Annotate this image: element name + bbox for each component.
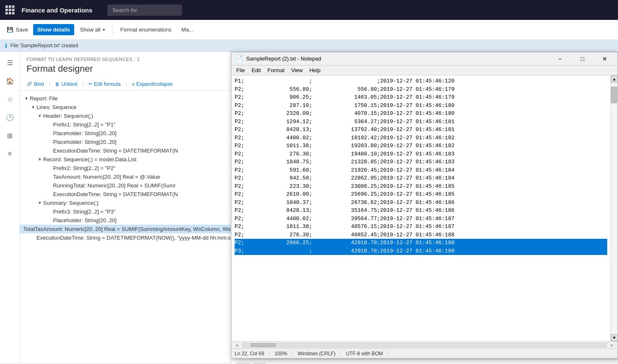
code-line: P2; 1294.12; 5364.27;2019-12-27 01:45:46…: [235, 118, 607, 126]
code-line: P2; 2320.00; 4070.15;2019-12-27 01:45:46…: [235, 109, 607, 118]
scroll-thumb[interactable]: [611, 87, 617, 103]
tree-item[interactable]: TaxAmount: Numeric[20..20] Real = @.Valu…: [20, 172, 250, 181]
tree-label: Prefix2: String[2..2] = "P2": [53, 165, 116, 171]
notepad-menu: FileEditFormatViewHelp: [231, 66, 618, 75]
minimize-button[interactable]: −: [550, 52, 570, 66]
menu-item-file[interactable]: File: [233, 66, 248, 74]
tree-item[interactable]: ▼Record: Sequence(;) = model.Data.List: [20, 155, 250, 164]
code-line: P2; 276.30; 40852.45;2019-12-27 01:45:46…: [235, 231, 607, 239]
info-bar: ℹ File 'SampleReport.txt' created: [0, 40, 618, 52]
tree-item[interactable]: ExecutionDateTime: String = DATETIMEFORM…: [20, 190, 250, 199]
notepad-text-area[interactable]: P1; ; ;2019-12-27 01:45:46:120P2; 556.80…: [231, 75, 611, 341]
show-details-button[interactable]: Show details: [33, 24, 74, 35]
nav-home-icon[interactable]: 🏠: [2, 73, 17, 88]
save-button[interactable]: 💾 Save: [3, 24, 32, 35]
format-enumerations-button[interactable]: Format enumerations: [116, 24, 176, 35]
edit-formula-link[interactable]: ✏ Edit formula: [89, 81, 121, 87]
tree-arrow-icon: ▼: [36, 114, 43, 118]
main-layout: ☰ 🏠 ☆ 🕐 ⊞ ≡ FORMAT TO LEARN DEFERRED SEQ…: [0, 52, 618, 363]
tree-label: Prefix1: String[2..2] = "P1": [53, 121, 116, 128]
tree-label: Report: File: [30, 95, 58, 102]
tree-label: Prefix3: String[2..2] = "P3": [53, 209, 116, 215]
tree-item[interactable]: RunningTotal: Numeric[20..20] Real = SUM…: [20, 181, 250, 190]
bind-icon: 🔗: [27, 81, 32, 87]
info-message: File 'SampleReport.txt' created: [10, 43, 78, 49]
tree-label: Record: Sequence(;) = model.Data.List: [43, 156, 136, 163]
tree-arrow-icon: ▼: [36, 157, 43, 162]
tree-item[interactable]: ▼Lines: Sequence: [20, 103, 250, 112]
h-scroll-thumb[interactable]: [251, 343, 276, 347]
designer-actions: 🔗 Bind | 🗑 Unbind | ✏ Edit formula | ≡ E…: [20, 78, 250, 91]
nav-hamburger-icon[interactable]: ☰: [2, 55, 17, 70]
maximize-button[interactable]: □: [573, 52, 592, 66]
code-line: P2; 1848.75; 21328.85;2019-12-27 01:45:4…: [235, 158, 607, 166]
scroll-left-button[interactable]: ◄: [235, 343, 239, 347]
scroll-down-button[interactable]: ▼: [611, 334, 618, 341]
tree-item[interactable]: Prefix2: String[2..2] = "P2": [20, 164, 250, 172]
scroll-up-button[interactable]: ▲: [611, 75, 618, 83]
tree-item[interactable]: ExecutionDateTime: String = DATETIMEFORM…: [20, 146, 250, 155]
vertical-scrollbar[interactable]: ▲ ▼: [611, 75, 618, 341]
tree-label: ExecutionDateTime: String = DATETIMEFORM…: [53, 148, 178, 154]
code-line: P2; 4400.02; 18192.42;2019-12-27 01:45:4…: [235, 134, 607, 142]
tree-label: TaxAmount: Numeric[20..20] Real = @.Valu…: [53, 174, 160, 180]
tree-label: Summary: Sequence(;): [43, 200, 99, 206]
grid-menu-icon[interactable]: [5, 5, 15, 15]
horizontal-scrollbar[interactable]: [242, 343, 607, 347]
chevron-down-icon: ▾: [103, 27, 105, 32]
nav-recent-icon[interactable]: 🕐: [2, 110, 17, 125]
tree-item[interactable]: Placeholder: String[20..20]: [20, 216, 250, 225]
nav-modules-icon[interactable]: ≡: [2, 146, 17, 161]
bind-link[interactable]: 🔗 Bind: [27, 81, 44, 87]
nav-workspaces-icon[interactable]: ⊞: [2, 128, 17, 143]
tree-label: TotalTaxAmount: Numeric[20..20] Real = S…: [23, 226, 243, 232]
unbind-link[interactable]: 🗑 Unbind: [55, 81, 77, 87]
code-line: P2; 906.25; 1463.05;2019-12-27 01:45:46:…: [235, 93, 607, 102]
notepad-content: P1; ; ;2019-12-27 01:45:46:120P2; 556.80…: [231, 75, 618, 341]
tree-label: ExecutionDateTime: String = DATETIMEFORM…: [53, 191, 178, 197]
notepad-title: SampleReport (2).txt - Notepad: [246, 56, 547, 62]
code-line: P2; 591.60; 21920.45;2019-12-27 01:45:46…: [235, 166, 607, 175]
designer-subtitle: FORMAT TO LEARN DEFERRED SEQUENCES : 2: [27, 57, 243, 62]
tree-item[interactable]: ▼Report: File: [20, 94, 250, 103]
notepad-file-icon: 📄: [235, 55, 243, 63]
left-nav: ☰ 🏠 ☆ 🕐 ⊞ ≡: [0, 52, 20, 363]
tree-label: RunningTotal: Numeric[20..20] Real = SUM…: [53, 182, 176, 189]
tree-arrow-icon: ▼: [23, 96, 30, 101]
designer-header: FORMAT TO LEARN DEFERRED SEQUENCES : 2 F…: [20, 52, 250, 78]
search-input[interactable]: [107, 5, 182, 16]
expand-collapse-icon: ≡: [132, 82, 134, 87]
nav-favorites-icon[interactable]: ☆: [2, 92, 17, 107]
close-button[interactable]: ✕: [595, 52, 614, 66]
expand-collapse-link[interactable]: ≡ Expand/collapse: [132, 81, 172, 87]
menu-item-edit[interactable]: Edit: [248, 66, 264, 74]
code-line: P2; 1011.38; 40576.15;2019-12-27 01:45:4…: [235, 223, 607, 231]
code-line: P2; 556.80; 556.80;2019-12-27 01:45:46:1…: [235, 85, 607, 94]
menu-item-view[interactable]: View: [288, 66, 306, 74]
tree-label: Placeholder: String[20..20]: [53, 130, 116, 136]
show-all-button[interactable]: Show all ▾: [76, 24, 109, 35]
scroll-right-button[interactable]: ►: [610, 343, 614, 347]
unbind-icon: 🗑: [55, 82, 60, 87]
tree-item[interactable]: ▼Summary: Sequence(;): [20, 199, 250, 207]
tree-container: ▼Report: File▼Lines: Sequence▼Header: Se…: [20, 91, 250, 363]
tree-label: ExecutionDateTime: String = DATETIMEFORM…: [36, 235, 243, 241]
save-icon: 💾: [7, 27, 13, 33]
tree-item[interactable]: TotalTaxAmount: Numeric[20..20] Real = S…: [20, 225, 250, 233]
manage-button[interactable]: Ma...: [177, 24, 198, 35]
tree-item[interactable]: ExecutionDateTime: String = DATETIMEFORM…: [20, 233, 250, 242]
code-line: P2; 1011.38; 19203.80;2019-12-27 01:45:4…: [235, 142, 607, 150]
tree-item[interactable]: Prefix3: String[2..2] = "P3": [20, 207, 250, 216]
scroll-track[interactable]: [611, 83, 618, 334]
notepad-titlebar: 📄 SampleReport (2).txt - Notepad − □ ✕: [231, 52, 618, 66]
code-line: P1; ; ;2019-12-27 01:45:46:120: [235, 77, 607, 85]
notepad-window: 📄 SampleReport (2).txt - Notepad − □ ✕ F…: [231, 52, 618, 359]
info-icon: ℹ: [5, 42, 7, 49]
tree-item[interactable]: Prefix1: String[2..2] = "P1": [20, 120, 250, 129]
tree-item[interactable]: Placeholder: String[20..20]: [20, 129, 250, 138]
menu-item-help[interactable]: Help: [306, 66, 324, 74]
tree-item[interactable]: ▼Header: Sequence(;): [20, 112, 250, 120]
menu-item-format[interactable]: Format: [264, 66, 288, 74]
tree-item[interactable]: Placeholder: String[20..20]: [20, 138, 250, 146]
code-line: P2; 4400.02; 39564.77;2019-12-27 01:45:4…: [235, 215, 607, 223]
